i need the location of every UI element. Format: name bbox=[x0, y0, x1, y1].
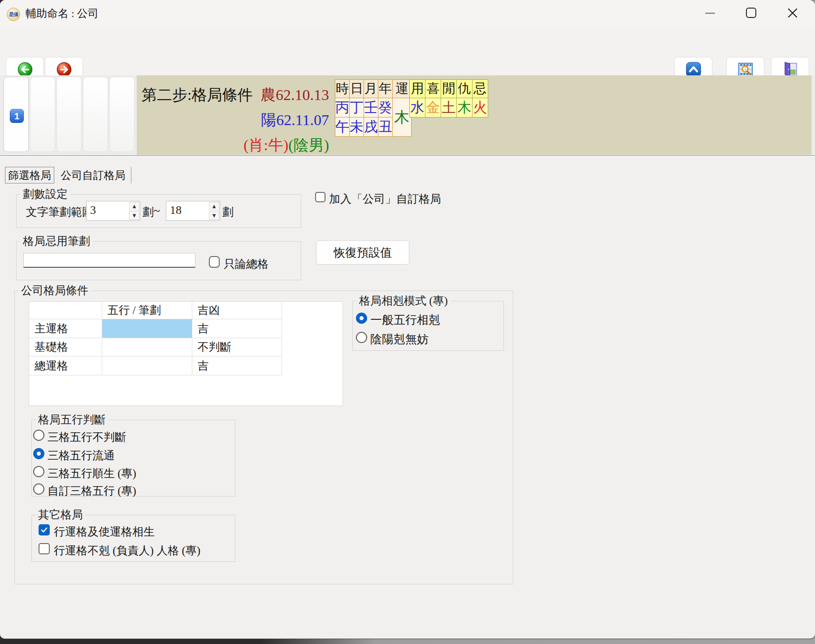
page-card-4[interactable] bbox=[83, 77, 108, 152]
total-result-cell[interactable]: 吉 bbox=[192, 356, 282, 375]
page-number-badge: 1 bbox=[10, 109, 24, 123]
checkbox-no-conflict-person[interactable] bbox=[39, 543, 50, 554]
conditions-table-container: 五行 / 筆劃 吉凶 主運格 吉 基礎格 不判斷 總運格 吉 bbox=[29, 301, 343, 406]
page-card-5[interactable] bbox=[109, 77, 134, 152]
only-total-checkbox[interactable] bbox=[209, 256, 220, 268]
radio-yinyang-ok-label[interactable]: 陰陽剋無妨 bbox=[370, 333, 429, 346]
tab-company-custom-patterns[interactable]: 公司自訂格局 bbox=[55, 167, 131, 183]
main-element-cell[interactable] bbox=[102, 319, 192, 338]
avoid-strokes-input[interactable] bbox=[23, 253, 195, 268]
window-title: 輔助命名 : 公司 bbox=[26, 6, 99, 21]
only-total-label[interactable]: 只論總格 bbox=[224, 257, 269, 271]
tab-filter-patterns[interactable]: 篩選格局 bbox=[5, 167, 54, 183]
page-card-2[interactable] bbox=[30, 77, 55, 152]
title-bar: 星僑 輔助命名 : 公司 bbox=[0, 0, 815, 26]
conditions-header-blank bbox=[29, 302, 102, 319]
radio-custom-three[interactable] bbox=[33, 483, 44, 495]
element-judgement-group-label: 格局五行判斷 bbox=[35, 413, 108, 427]
min-stroke-down-icon[interactable]: ▼ bbox=[129, 211, 139, 220]
range-tilde: ~ bbox=[153, 204, 160, 218]
max-stroke-down-icon[interactable]: ▼ bbox=[209, 211, 219, 220]
base-element-cell[interactable] bbox=[102, 338, 192, 356]
stroke-unit-label-2: 劃 bbox=[222, 205, 234, 219]
gender-label: (陰男) bbox=[288, 137, 329, 153]
element-table: 用 喜 閒 仇 忌 水 金 土 木 火 bbox=[409, 79, 488, 117]
radio-flow[interactable] bbox=[33, 448, 44, 459]
radio-sequential[interactable] bbox=[33, 466, 44, 477]
section-divider bbox=[0, 155, 815, 157]
row-label-main: 主運格 bbox=[29, 319, 102, 338]
min-stroke-up-icon[interactable]: ▲ bbox=[129, 202, 139, 210]
other-patterns-group-label: 其它格局 bbox=[35, 508, 86, 522]
avoid-strokes-group-label: 格局忌用筆劃 bbox=[20, 234, 93, 248]
radio-sequential-label[interactable]: 三格五行順生 (專) bbox=[48, 467, 136, 480]
app-window: 星僑 輔助命名 : 公司 上一步 bbox=[0, 0, 815, 639]
add-custom-pattern-label[interactable]: 加入「公司」自訂格局 bbox=[329, 192, 441, 206]
maximize-button[interactable] bbox=[746, 8, 756, 18]
app-logo-icon: 星僑 bbox=[7, 8, 20, 21]
lunar-date: 農62.10.13 bbox=[260, 83, 329, 108]
luck-element: 木 bbox=[393, 98, 412, 137]
radio-no-judgement-label[interactable]: 三格五行不判斷 bbox=[48, 431, 126, 444]
conditions-header-element: 五行 / 筆劃 bbox=[102, 302, 192, 319]
base-result-cell[interactable]: 不判斷 bbox=[192, 338, 282, 356]
radio-custom-three-label[interactable]: 自訂三格五行 (專) bbox=[48, 484, 136, 498]
add-custom-pattern-checkbox[interactable] bbox=[315, 192, 325, 202]
company-conditions-group-label: 公司格局條件 bbox=[18, 283, 91, 298]
step-title: 第二步:格局條件 bbox=[142, 83, 252, 108]
min-stroke-value[interactable]: 3 bbox=[90, 204, 96, 217]
checkbox-luck-mutual-label[interactable]: 行運格及使運格相生 bbox=[54, 525, 155, 539]
pillar-table: 時 日 月 年 運 丙 丁 壬 癸 木 午 未 戌 丑 bbox=[335, 79, 412, 137]
min-stroke-spinner[interactable]: 3 ▲▼ bbox=[86, 201, 140, 221]
main-result-cell[interactable]: 吉 bbox=[192, 319, 282, 338]
radio-no-judgement[interactable] bbox=[33, 430, 44, 441]
step-header: 第二步:格局條件 農62.10.13 陽62.11.07 (肖:牛)(陰男) bbox=[142, 83, 329, 158]
zodiac-label: (肖:牛) bbox=[243, 137, 288, 153]
toolbar: 上一步 下一步 第一步 bbox=[0, 26, 815, 75]
conflict-mode-group-label: 格局相剋模式 (專) bbox=[356, 294, 451, 308]
radio-general-conflict[interactable] bbox=[356, 313, 367, 324]
checkbox-no-conflict-person-label[interactable]: 行運格不剋 (負責人) 人格 (專) bbox=[54, 544, 200, 557]
desktop: 星僑 輔助命名 : 公司 上一步 bbox=[0, 0, 815, 644]
stroke-settings-group-label: 劃數設定 bbox=[20, 187, 70, 201]
radio-yinyang-ok[interactable] bbox=[356, 332, 367, 343]
conditions-table: 五行 / 筆劃 吉凶 主運格 吉 基礎格 不判斷 總運格 吉 bbox=[29, 302, 282, 375]
restore-defaults-button[interactable]: 恢復預設值 bbox=[316, 240, 409, 265]
conditions-header-result: 吉凶 bbox=[192, 302, 282, 319]
minimize-button[interactable] bbox=[705, 13, 715, 14]
checkbox-luck-mutual[interactable] bbox=[39, 524, 50, 535]
radio-flow-label[interactable]: 三格五行流通 bbox=[48, 449, 115, 462]
max-stroke-value[interactable]: 18 bbox=[170, 204, 182, 217]
check-icon bbox=[40, 526, 48, 534]
stroke-unit-label-1: 劃 bbox=[143, 205, 154, 219]
total-element-cell[interactable] bbox=[102, 356, 192, 375]
page-card-3[interactable] bbox=[56, 77, 82, 152]
row-label-total: 總運格 bbox=[29, 356, 102, 375]
radio-general-conflict-label[interactable]: 一般五行相剋 bbox=[370, 313, 440, 327]
row-label-base: 基礎格 bbox=[29, 338, 102, 356]
max-stroke-spinner[interactable]: 18 ▲▼ bbox=[166, 201, 220, 221]
close-button[interactable] bbox=[787, 7, 798, 19]
max-stroke-up-icon[interactable]: ▲ bbox=[209, 202, 219, 210]
solar-date: 陽62.11.07 bbox=[261, 112, 329, 128]
